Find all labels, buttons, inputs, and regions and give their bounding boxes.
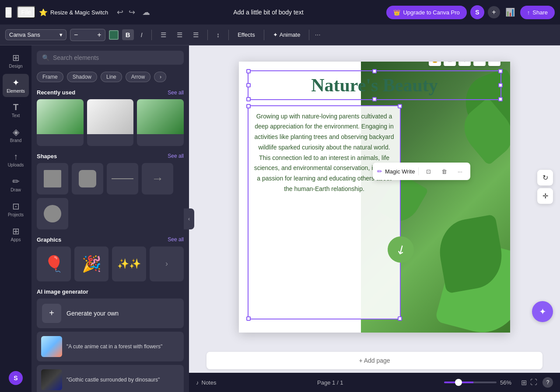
graphic-item-3[interactable]: ✨✨ — [112, 246, 146, 281]
handle-middle-right[interactable] — [498, 83, 503, 87]
filter-tag-line[interactable]: Line — [101, 72, 122, 82]
sidebar-item-apps[interactable]: ⊞ Apps — [3, 222, 29, 246]
document-title[interactable]: Add a little bit of body text — [154, 9, 383, 16]
magic-write-button[interactable]: ✏ Magic Write — [377, 168, 415, 175]
upgrade-button[interactable]: 👑 Upgrade to Canva Pro — [386, 6, 466, 19]
sidebar-item-elements[interactable]: ✦ Elements — [3, 74, 29, 97]
handle-top-left[interactable] — [246, 69, 251, 73]
body-handle-bl[interactable] — [246, 316, 251, 321]
grid-view-button[interactable]: ⊞ — [521, 378, 527, 387]
filter-tag-more[interactable]: › — [154, 72, 166, 82]
sidebar-item-projects[interactable]: ⊡ Projects — [3, 198, 29, 221]
body-handle-br[interactable] — [398, 316, 402, 321]
canvas-container[interactable]: 🔒 ⊡ ↑ ↻ ✛ Nature's Beauty — [189, 45, 560, 348]
align-right-button[interactable]: ☰ — [189, 29, 202, 41]
decrease-size-button[interactable]: − — [74, 31, 78, 39]
panel-hide-button[interactable]: ‹ — [184, 208, 194, 229]
sidebar-item-brand[interactable]: ◈ Brand — [3, 123, 29, 146]
filter-tag-arrow[interactable]: Arrow — [126, 72, 150, 82]
body-handle-tl[interactable] — [246, 104, 251, 108]
sidebar-item-draw[interactable]: ✏ Draw — [3, 173, 29, 196]
add-team-button[interactable]: + — [488, 6, 500, 18]
add-page-button[interactable]: + Add page — [206, 352, 542, 369]
search-input[interactable] — [53, 54, 178, 61]
shapes-see-all[interactable]: See all — [168, 153, 184, 159]
uploads-icon: ↑ — [14, 152, 18, 162]
animate-button[interactable]: ✦ Animate — [270, 30, 304, 40]
zoom-slider[interactable] — [444, 382, 497, 383]
ai-suggestion-1[interactable]: "A cute anime cat in a forest with flowe… — [37, 332, 184, 361]
slide[interactable]: 🔒 ⊡ ↑ ↻ ✛ Nature's Beauty — [239, 62, 510, 333]
sidebar-item-text[interactable]: T Text — [3, 99, 29, 121]
filter-tag-frame[interactable]: Frame — [37, 72, 63, 82]
generate-button[interactable]: + Generate your own — [37, 298, 184, 328]
increase-size-button[interactable]: + — [97, 31, 101, 39]
font-family-select[interactable]: Canva Sans ▾ — [5, 29, 66, 40]
analytics-icon[interactable]: 📊 — [504, 6, 517, 19]
file-menu-button[interactable]: File — [17, 6, 36, 18]
sidebar-item-design[interactable]: ⊞ Design — [3, 49, 29, 72]
italic-button[interactable]: I — [137, 29, 146, 40]
separator-4 — [264, 30, 264, 40]
body-text-box[interactable]: Growing up with nature-loving parents cu… — [248, 105, 401, 319]
graphics-see-all[interactable]: See all — [168, 236, 184, 243]
shape-arrow[interactable]: → — [142, 163, 173, 194]
rotate-button[interactable]: ↻ — [473, 62, 486, 66]
shape-square[interactable] — [37, 163, 68, 194]
redo-button[interactable]: ↪ — [127, 6, 137, 19]
share-button[interactable]: ↑ Share — [520, 6, 555, 19]
duplicate-button[interactable]: ⊡ — [444, 62, 456, 66]
shapes-title: Shapes — [37, 153, 57, 160]
handle-top-right[interactable] — [498, 69, 503, 73]
bold-button[interactable]: B — [122, 29, 134, 40]
recently-used-item-1[interactable] — [37, 99, 84, 146]
fullscreen-button[interactable]: ⛶ — [530, 378, 537, 387]
handle-bottom-right[interactable] — [498, 97, 503, 101]
lock-button[interactable]: 🔒 — [429, 62, 441, 66]
magic-assistant-button[interactable]: ✦ — [532, 301, 553, 322]
copy-text-button[interactable]: ⊡ — [422, 165, 434, 177]
help-button[interactable]: ? — [542, 377, 553, 388]
graphic-item-1[interactable]: 🎈 — [37, 246, 71, 281]
recently-used-see-all[interactable]: See all — [168, 90, 184, 96]
recently-used-item-3[interactable] — [137, 99, 184, 146]
shape-rounded-square[interactable] — [72, 163, 103, 194]
graphic-item-2[interactable]: 🎉 — [74, 246, 108, 281]
export-button[interactable]: ↑ — [458, 62, 471, 66]
ai-suggestion-2[interactable]: "Gothic castle surrounded by dinosaurs" — [37, 365, 184, 392]
projects-icon: ⊡ — [12, 201, 20, 212]
font-size-input[interactable]: 58.7 — [80, 31, 95, 38]
brand-resize-switch[interactable]: ⭐ Resize & Magic Switch — [39, 8, 108, 17]
right-toolbar-rotate[interactable]: ↻ — [537, 170, 553, 185]
recently-used-item-2[interactable] — [87, 99, 134, 146]
more-options-button[interactable]: ··· — [315, 31, 320, 39]
undo-button[interactable]: ↩ — [115, 6, 125, 19]
more-text-options-button[interactable]: ··· — [454, 165, 466, 177]
handle-top-middle[interactable] — [372, 69, 377, 73]
title-text-box[interactable]: 🔒 ⊡ ↑ ↻ ✛ Nature's Beauty — [248, 70, 501, 100]
separator-2 — [207, 30, 208, 40]
graphic-item-next[interactable]: › — [150, 246, 184, 281]
text-color-swatch[interactable] — [109, 30, 119, 40]
avatar-bottom[interactable]: S — [9, 371, 23, 385]
handle-middle-left[interactable] — [246, 83, 251, 87]
shape-line[interactable] — [107, 163, 138, 194]
align-center-button[interactable]: ☰ — [173, 29, 186, 41]
spacing-button[interactable]: ↕ — [213, 29, 224, 40]
move-button[interactable]: ✛ — [488, 62, 500, 66]
filter-tag-shadow[interactable]: Shadow — [67, 72, 97, 82]
avatar[interactable]: S — [470, 5, 484, 19]
notes-button[interactable]: ♪ Notes — [196, 379, 216, 386]
sidebar-item-label: Apps — [11, 237, 21, 242]
align-left-button[interactable]: ☰ — [157, 29, 170, 41]
shape-circle[interactable] — [37, 198, 68, 229]
delete-text-button[interactable]: 🗑 — [438, 165, 450, 177]
handle-bottom-middle[interactable] — [372, 97, 377, 101]
sidebar-item-uploads[interactable]: ↑ Uploads — [3, 148, 29, 171]
right-toolbar-move[interactable]: ✛ — [537, 188, 553, 204]
effects-button[interactable]: Effects — [234, 30, 259, 40]
handle-bottom-left[interactable] — [246, 97, 251, 101]
hamburger-button[interactable]: ≡ — [5, 7, 12, 18]
sidebar-item-label: Projects — [8, 212, 24, 217]
body-handle-tr[interactable] — [398, 104, 402, 108]
